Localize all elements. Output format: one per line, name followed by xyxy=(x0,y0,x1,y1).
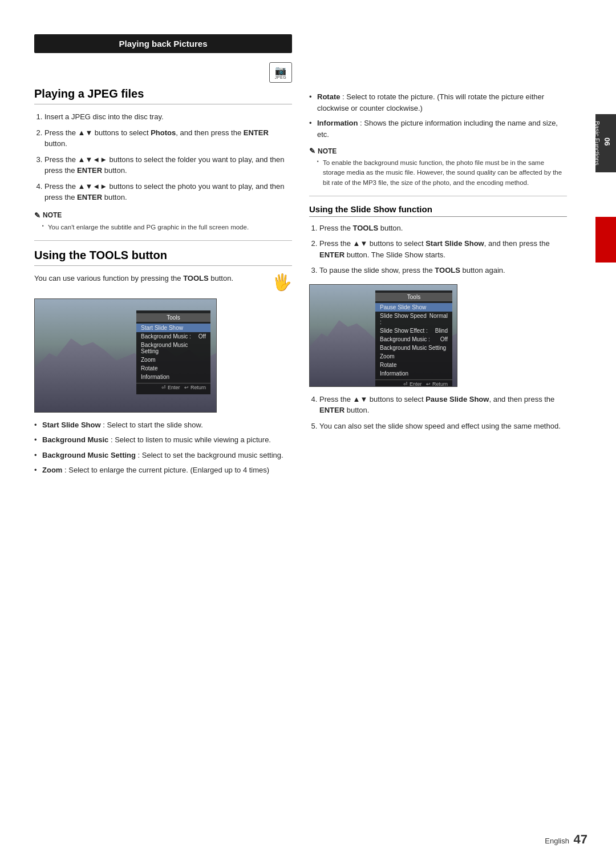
tools-menu-footer-2: ⏎ Enter ↩ Return xyxy=(375,379,452,387)
step-3: Press the ▲▼◄► buttons to select the fol… xyxy=(44,154,292,176)
tools-item-bg-music-2: Background Music : Off xyxy=(375,335,452,344)
tools-menu-title-2: Tools xyxy=(375,293,452,301)
slide-step-3: To pause the slide show, press the TOOLS… xyxy=(319,265,567,276)
bullet-zoom: Zoom : Select to enlarge the current pic… xyxy=(34,465,292,476)
section-title-jpeg: Playing a JPEG files xyxy=(34,87,292,104)
note-section-2: ✎ NOTE To enable the background music fu… xyxy=(309,147,567,188)
screenshot-tools: Tools Start Slide Show Background Music … xyxy=(34,298,292,413)
right-column: Rotate : Select to rotate the picture. (… xyxy=(309,34,567,835)
jpeg-steps-list: Insert a JPEG disc into the disc tray. P… xyxy=(34,111,292,203)
step-4: Press the ▲▼◄► buttons to select the pho… xyxy=(44,181,292,203)
note-list-2: To enable the background music function,… xyxy=(309,158,567,188)
tools-menu-footer-1: ⏎ Enter ↩ Return xyxy=(136,383,210,391)
tools-item-pause-slideshow: Pause Slide Show xyxy=(375,303,452,312)
side-tab: 06 Basic Functions xyxy=(595,114,616,172)
slideshow-steps-continued: Press the ▲▼ buttons to select Pause Sli… xyxy=(309,394,567,432)
slide-step-1: Press the TOOLS button. xyxy=(319,223,567,234)
tools-item-bg-music-setting: Background Music Setting xyxy=(136,341,210,356)
slideshow-steps-list: Press the TOOLS button. Press the ▲▼ but… xyxy=(309,223,567,276)
tools-item-zoom: Zoom xyxy=(136,356,210,364)
note-section-1: ✎ NOTE You can't enlarge the subtitle an… xyxy=(34,211,292,232)
tools-item-effect: Slide Show Effect : Blind xyxy=(375,326,452,335)
footer-lang: English xyxy=(545,837,569,845)
note-item-2: To enable the background music function,… xyxy=(317,158,567,188)
tools-item-start-slideshow: Start Slide Show xyxy=(136,324,210,332)
divider-2 xyxy=(309,196,567,196)
footer-page: 47 xyxy=(574,832,587,846)
tools-item-zoom-2: Zoom xyxy=(375,352,452,361)
jpeg-icon: 📷 JPEG xyxy=(269,62,292,83)
bullet-bg-music: Background Music : Select to listen to m… xyxy=(34,434,292,446)
camera-icon: 📷 xyxy=(275,66,286,75)
note-list-1: You can't enlarge the subtitle and PG gr… xyxy=(34,223,292,232)
tools-item-information-2: Information xyxy=(375,369,452,378)
divider-1 xyxy=(34,240,292,241)
slide-step-5: You can also set the slide show speed an… xyxy=(319,421,567,432)
header-banner: Playing back Pictures xyxy=(34,34,292,53)
bullet-bg-music-setting: Background Music Setting : Select to set… xyxy=(34,450,292,461)
jpeg-icon-wrapper: 📷 JPEG xyxy=(34,62,292,83)
jpeg-label: JPEG xyxy=(275,75,286,79)
slide-step-4: Press the ▲▼ buttons to select Pause Sli… xyxy=(319,394,567,416)
tools-menu-overlay-2: Tools Pause Slide Show Slide Show Speed … xyxy=(375,290,452,387)
note-title-1: ✎ NOTE xyxy=(34,211,292,220)
bullet-rotate: Rotate : Select to rotate the picture. (… xyxy=(309,91,567,114)
slide-step-2: Press the ▲▼ buttons to select Start Sli… xyxy=(319,238,567,260)
note-item-1: You can't enlarge the subtitle and PG gr… xyxy=(42,223,292,232)
right-bullet-list-top: Rotate : Select to rotate the picture. (… xyxy=(309,91,567,140)
tools-item-rotate-2: Rotate xyxy=(375,361,452,369)
tools-item-speed: Slide Show Speed : Normal xyxy=(375,312,452,326)
tools-item-rotate: Rotate xyxy=(136,364,210,373)
screenshot-image-1: Tools Start Slide Show Background Music … xyxy=(34,298,217,413)
step-2: Press the ▲▼ buttons to select Photos, a… xyxy=(44,127,292,150)
main-content: Playing back Pictures 📷 JPEG Playing a J… xyxy=(0,0,595,864)
note-title-2: ✎ NOTE xyxy=(309,147,567,155)
tools-hand-icon: 🖐 xyxy=(272,273,292,292)
bullet-start-slideshow: Start Slide Show : Select to start the s… xyxy=(34,419,292,431)
tools-menu-overlay-1: Tools Start Slide Show Background Music … xyxy=(136,310,210,394)
page-footer: English 47 xyxy=(545,832,587,847)
chapter-label: Basic Functions xyxy=(594,121,601,165)
section-title-tools: Using the TOOLS button xyxy=(34,249,292,266)
side-tab-accent xyxy=(595,217,616,263)
tools-menu-title-1: Tools xyxy=(136,313,210,322)
tools-item-bg-music: Background Music : Off xyxy=(136,332,210,341)
left-column: Playing back Pictures 📷 JPEG Playing a J… xyxy=(34,34,292,835)
chapter-number: 06 xyxy=(603,138,611,146)
screenshot-image-2: Tools Pause Slide Show Slide Show Speed … xyxy=(309,284,457,387)
note-pencil-icon-2: ✎ xyxy=(309,147,315,155)
tools-intro-row: You can use various function by pressing… xyxy=(34,273,292,292)
section-title-slideshow: Using the Slide Show function xyxy=(309,204,567,217)
step-1: Insert a JPEG disc into the disc tray. xyxy=(44,111,292,123)
bullet-information: Information : Shows the picture informat… xyxy=(309,118,567,140)
tools-item-information: Information xyxy=(136,373,210,381)
screenshot-slideshow: Tools Pause Slide Show Slide Show Speed … xyxy=(309,284,567,387)
note-pencil-icon: ✎ xyxy=(34,211,40,220)
page-container: 06 Basic Functions Playing back Pictures… xyxy=(0,0,616,864)
tools-bullet-list: Start Slide Show : Select to start the s… xyxy=(34,419,292,476)
tools-item-bg-music-setting-2: Background Music Setting xyxy=(375,344,452,352)
tools-intro-text: You can use various function by pressing… xyxy=(34,273,266,284)
